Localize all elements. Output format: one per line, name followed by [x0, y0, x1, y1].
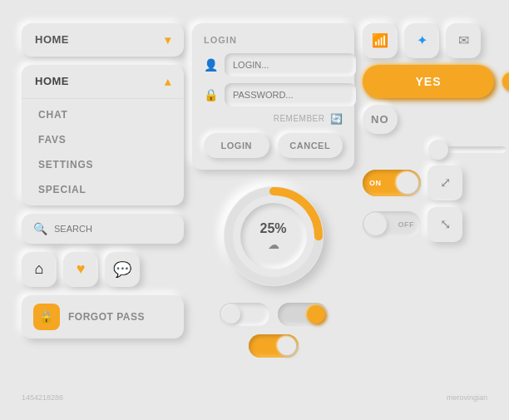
- wifi-icon: 📶: [372, 32, 388, 48]
- remember-label: REMEMBER: [274, 114, 325, 123]
- login-title: LOGIN: [204, 35, 343, 45]
- active-dot: [502, 72, 509, 91]
- yes-row: YES: [363, 65, 509, 98]
- stock-number: 1454218286: [22, 393, 63, 402]
- yes-button[interactable]: YES: [363, 65, 494, 98]
- toggle-thumb-off: [222, 305, 240, 324]
- middle-column: LOGIN 👤 🔒 REMEMBER 🔄 LOGIN CANCEL: [192, 23, 354, 398]
- toggle-off[interactable]: [220, 303, 269, 326]
- dropdown-open-label: HOME: [35, 75, 69, 87]
- bluetooth-button[interactable]: ✦: [404, 23, 439, 58]
- progress-svg: [224, 186, 324, 286]
- chat-button[interactable]: 💬: [105, 252, 140, 287]
- password-input[interactable]: [225, 83, 356, 106]
- off-row: OFF ⤡: [363, 207, 509, 242]
- menu-item-chat[interactable]: CHAT: [22, 102, 184, 127]
- remember-icon: 🔄: [330, 113, 343, 125]
- chevron-down-icon: ▾: [165, 33, 171, 47]
- dropdown-closed[interactable]: HOME ▾: [22, 23, 184, 57]
- expand-icon: ⤢: [440, 175, 451, 190]
- right-column: 📶 ✦ ✉ YES NO: [363, 23, 509, 398]
- top-icon-buttons: 📶 ✦ ✉: [363, 23, 509, 58]
- icon-buttons-row: ⌂ ♥ 💬: [22, 252, 184, 287]
- login-button[interactable]: LOGIN: [204, 133, 269, 158]
- compress-icon: ⤡: [440, 216, 451, 232]
- menu-item-favs[interactable]: FAVS: [22, 127, 184, 152]
- off-toggle-thumb: [365, 214, 387, 235]
- on-toggle[interactable]: ON: [363, 170, 421, 196]
- user-icon: 👤: [204, 58, 218, 72]
- progress-ring: 25% ☁: [224, 186, 324, 286]
- slider-row: [363, 141, 509, 159]
- on-toggle-thumb: [397, 172, 418, 194]
- dropdown-closed-label: HOME: [35, 33, 69, 46]
- off-toggle[interactable]: OFF: [363, 211, 421, 238]
- menu-item-settings[interactable]: SETTINGS: [22, 152, 184, 177]
- left-column: HOME ▾ HOME ▴ CHAT FAVS SETTINGS SPECIAL…: [22, 23, 184, 398]
- wifi-button[interactable]: 📶: [363, 23, 398, 58]
- compress-button[interactable]: ⤡: [427, 207, 462, 242]
- progress-area: 25% ☁: [192, 178, 354, 294]
- login-actions: LOGIN CANCEL: [204, 133, 343, 158]
- password-row: 🔒: [204, 83, 343, 106]
- bluetooth-icon: ✦: [417, 32, 427, 48]
- slider-track[interactable]: [363, 146, 506, 153]
- menu-item-special[interactable]: SPECIAL: [22, 177, 184, 202]
- off-label: OFF: [398, 220, 415, 229]
- login-panel: LOGIN 👤 🔒 REMEMBER 🔄 LOGIN CANCEL: [192, 23, 354, 170]
- mail-button[interactable]: ✉: [446, 23, 481, 58]
- mail-icon: ✉: [458, 32, 469, 48]
- toggle-thumb-on-orange: [278, 337, 296, 355]
- forgot-pass-label: FORGOT PASS: [68, 311, 145, 323]
- username-input[interactable]: [225, 53, 356, 77]
- toggle-thumb-on-gray: [307, 305, 325, 324]
- chevron-up-icon: ▴: [165, 75, 171, 88]
- search-icon: 🔍: [33, 222, 47, 235]
- on-label: ON: [369, 179, 382, 187]
- username-row: 👤: [204, 53, 343, 77]
- slider-thumb[interactable]: [428, 140, 448, 160]
- watermark-text: merovingian: [447, 393, 487, 402]
- search-bar[interactable]: 🔍: [22, 214, 184, 244]
- on-off-row: ON ⤢: [363, 166, 509, 200]
- toggles-row: [192, 303, 354, 358]
- no-button[interactable]: NO: [363, 105, 398, 134]
- dropdown-header[interactable]: HOME ▴: [22, 65, 184, 99]
- dropdown-open: HOME ▴ CHAT FAVS SETTINGS SPECIAL: [22, 65, 184, 205]
- forgot-pass-button[interactable]: 🔒 FORGOT PASS: [22, 295, 184, 338]
- toggle-on-orange[interactable]: [249, 334, 299, 358]
- expand-button[interactable]: ⤢: [427, 166, 462, 200]
- no-row: NO: [363, 105, 509, 134]
- toggle-on-gray[interactable]: [278, 303, 328, 326]
- lock-field-icon: 🔒: [204, 88, 218, 101]
- remember-row: REMEMBER 🔄: [204, 113, 343, 125]
- search-input[interactable]: [54, 224, 172, 234]
- home-button[interactable]: ⌂: [22, 252, 57, 287]
- menu-items: CHAT FAVS SETTINGS SPECIAL: [22, 99, 184, 205]
- cancel-button[interactable]: CANCEL: [278, 133, 343, 158]
- lock-icon: 🔒: [33, 304, 60, 330]
- heart-button[interactable]: ♥: [63, 252, 98, 287]
